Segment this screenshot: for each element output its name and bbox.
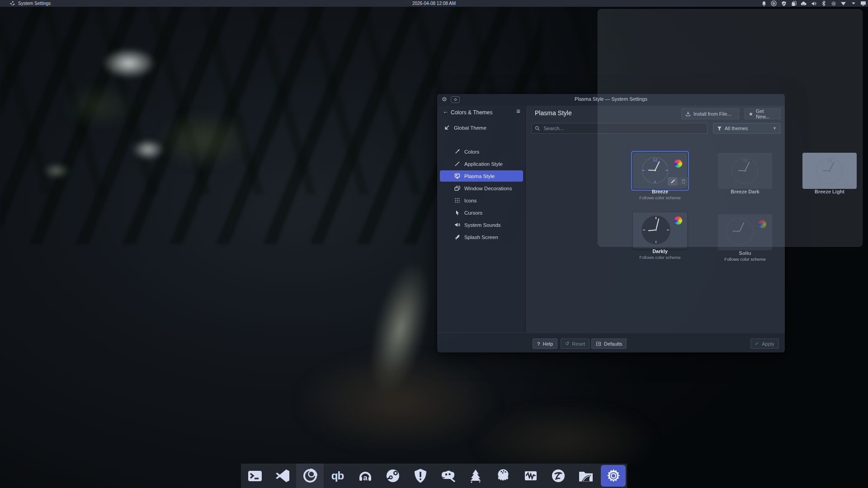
sidebar-item-icons[interactable]: Icons [440, 195, 523, 206]
bluetooth-icon[interactable] [821, 0, 826, 6]
sidebar-item-label: Application Style [464, 161, 503, 167]
top-panel: System Settings 2026-04-08 12:08 AM [0, 0, 868, 7]
cursor-arrow-icon [454, 210, 460, 216]
octopus-icon [495, 468, 511, 483]
dock-item-steam[interactable] [379, 464, 406, 488]
circle-script-icon [550, 468, 566, 484]
help-icon: ? [537, 341, 540, 347]
sidebar-header: ← Colors & Themes ≡ [437, 106, 526, 119]
dock-item-shield-app[interactable] [406, 464, 434, 488]
dolphin-folder-icon [578, 469, 594, 483]
dock-item-floorp-browser[interactable] [296, 464, 324, 488]
defaults-label: Defaults [604, 341, 622, 347]
dock-item-gimp[interactable] [434, 464, 462, 488]
vscode-icon [275, 468, 290, 483]
sidebar-item-label: Splash Screen [464, 235, 498, 240]
panel-clock[interactable]: 2026-04-08 12:08 AM [0, 1, 868, 6]
defaults-icon [596, 341, 601, 347]
theme-name: Soliu [709, 250, 781, 256]
apply-button[interactable]: ✓ Apply [750, 338, 779, 349]
theme-name: Darkly [624, 249, 696, 254]
gimp-wilber-icon [440, 468, 456, 483]
sidebar-item-label: System Sounds [464, 222, 501, 228]
defaults-button[interactable]: Defaults [591, 338, 627, 349]
reset-undo-icon: ↺ [565, 341, 569, 347]
dock: qb a [241, 464, 627, 488]
help-label: Help [543, 341, 553, 347]
sidebar-item-label: Window Decorations [464, 186, 512, 191]
dock-item-system-settings[interactable] [599, 464, 627, 488]
search-icon [535, 126, 540, 131]
back-button[interactable]: ← [443, 108, 448, 115]
rocket-icon [454, 234, 460, 240]
dock-item-vscode[interactable] [269, 464, 296, 488]
help-button[interactable]: ? Help [533, 338, 557, 349]
sidebar-item-label: Plasma Style [464, 174, 495, 179]
hamburger-menu-button[interactable]: ≡ [516, 107, 520, 115]
global-theme-icon [444, 125, 450, 131]
sidebar-item-label: Icons [464, 198, 477, 203]
tray-expand-chevron-icon[interactable] [850, 0, 856, 6]
waveform-icon [523, 468, 538, 483]
terminal-icon [247, 468, 263, 484]
monitor-icon [454, 173, 460, 179]
sidebar-item-label: Colors [464, 149, 479, 155]
dock-item-system-monitor[interactable] [517, 464, 544, 488]
sidebar-item-cursors[interactable]: Cursors [440, 207, 523, 218]
dot-grid-icon [454, 197, 460, 203]
sidebar-item-colors[interactable]: Colors [440, 146, 523, 157]
desktop: System Settings 2026-04-08 12:08 AM ⚙ Pl… [0, 0, 868, 488]
shield-exclamation-icon [413, 468, 428, 483]
sidebar-item-splash-screen[interactable]: Splash Screen [440, 231, 523, 243]
updates-gear-icon[interactable] [830, 0, 836, 6]
speaker-icon [454, 222, 460, 228]
floorp-swirl-icon [302, 468, 318, 484]
show-desktop-icon[interactable] [860, 0, 866, 6]
inkscape-icon [468, 469, 483, 483]
reset-label: Reset [572, 341, 585, 347]
page-title: Plasma Style [535, 109, 572, 117]
dock-item-octopus-app[interactable] [489, 464, 517, 488]
sidebar-title: Colors & Themes [451, 109, 492, 116]
qbittorrent-icon: qb [331, 470, 344, 481]
svg-text:a: a [363, 474, 368, 482]
window-footer: ? Help ↺ Reset Defaults ✓ Apply [437, 333, 785, 352]
notifications-bell-icon[interactable] [761, 0, 767, 6]
dock-item-music-player[interactable]: a [351, 464, 379, 488]
sidebar-item-label: Global Theme [454, 125, 486, 131]
sidebar: ← Colors & Themes ≡ Global Theme Colors … [437, 106, 526, 333]
brush-stroke-icon [454, 161, 460, 167]
dock-item-dolphin-files[interactable] [572, 464, 599, 488]
volume-icon[interactable] [811, 0, 816, 6]
sidebar-item-system-sounds[interactable]: System Sounds [440, 219, 523, 230]
sidebar-item-application-style[interactable]: Application Style [440, 158, 523, 169]
headphones-icon: a [357, 468, 373, 484]
system-tray [761, 0, 867, 7]
apply-label: Apply [762, 341, 774, 347]
color-picker-icon [454, 149, 460, 155]
sidebar-item-window-decorations[interactable]: Window Decorations [440, 183, 523, 194]
dock-item-circle-script-app[interactable] [544, 464, 572, 488]
stacked-windows-icon [454, 185, 460, 191]
ghost-window [598, 9, 863, 247]
dock-item-qbittorrent[interactable]: qb [324, 464, 351, 488]
steam-icon [385, 468, 401, 484]
theme-subtitle: Follows color scheme [624, 255, 696, 260]
network-wireless-icon[interactable] [840, 0, 846, 6]
audio-mixer-icon[interactable] [771, 0, 777, 6]
theme-subtitle: Follows color scheme [709, 257, 781, 262]
dock-item-inkscape[interactable] [462, 464, 489, 488]
reset-button[interactable]: ↺ Reset [561, 338, 590, 349]
sidebar-item-plasma-style[interactable]: Plasma Style [440, 170, 523, 182]
dock-item-terminal[interactable] [241, 464, 269, 488]
sidebar-item-label: Cursors [464, 210, 482, 216]
security-shield-icon[interactable] [781, 0, 787, 6]
clipboard-icon[interactable] [791, 0, 797, 6]
sidebar-item-global-theme[interactable]: Global Theme [440, 122, 523, 133]
system-settings-gear-icon [605, 467, 622, 484]
cloud-icon[interactable] [801, 0, 807, 6]
apply-check-icon: ✓ [755, 341, 759, 347]
